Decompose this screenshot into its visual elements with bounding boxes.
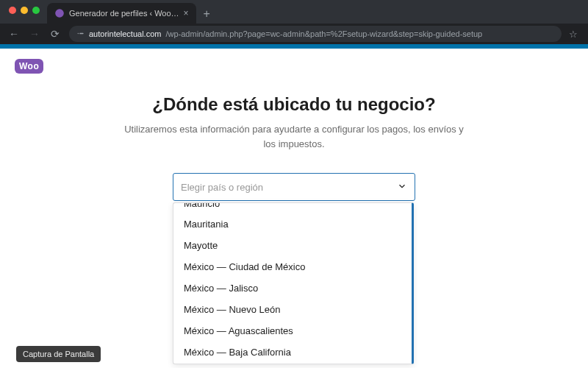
dropdown-option[interactable]: México — Baja California Sur [173, 363, 412, 364]
dropdown-option-partial[interactable]: Mauricio [173, 203, 412, 213]
address-row: ← → ⟳ autorintelectual.com/wp-admin/admi… [0, 24, 588, 44]
svg-point-1 [78, 32, 79, 33]
new-tab-button[interactable]: + [196, 7, 218, 24]
dropdown-option[interactable]: Mayotte [173, 235, 412, 256]
country-input[interactable] [181, 182, 397, 193]
site-info-icon[interactable] [76, 29, 85, 39]
close-window-button[interactable] [9, 7, 16, 14]
dropdown-option[interactable]: México — Ciudad de México [173, 256, 412, 277]
country-select-input-wrap[interactable] [173, 173, 415, 201]
screenshot-tooltip: Captura de Pantalla [16, 346, 101, 362]
address-bar[interactable]: autorintelectual.com/wp-admin/admin.php?… [69, 26, 562, 42]
url-domain: autorintelectual.com [89, 29, 161, 38]
minimize-window-button[interactable] [21, 7, 28, 14]
country-select: Mauricio Mauritania Mayotte México — Ciu… [173, 173, 415, 201]
back-button[interactable]: ← [7, 28, 21, 40]
page-title: ¿Dónde está ubicado tu negocio? [152, 94, 435, 115]
woo-logo: Woo [15, 59, 43, 72]
chevron-down-icon[interactable] [397, 181, 407, 194]
woo-logo-text: Woo [15, 59, 43, 74]
tab-strip: Generador de perfiles ‹ Woo… × + [0, 0, 588, 24]
page-content: Woo ¿Dónde está ubicado tu negocio? Util… [0, 49, 588, 368]
svg-rect-2 [79, 32, 84, 33]
close-tab-icon[interactable]: × [184, 8, 189, 18]
tab-title: Generador de perfiles ‹ Woo… [69, 9, 179, 18]
svg-point-0 [55, 9, 64, 18]
window-controls [6, 0, 47, 24]
bookmark-icon[interactable]: ☆ [569, 29, 581, 40]
country-dropdown: Mauricio Mauritania Mayotte México — Ciu… [173, 202, 414, 364]
browser-chrome: Generador de perfiles ‹ Woo… × + ← → ⟳ a… [0, 0, 588, 44]
page-subtext: Utilizaremos esta información para ayuda… [118, 122, 470, 151]
setup-form: ¿Dónde está ubicado tu negocio? Utilizar… [0, 49, 588, 201]
url-path: /wp-admin/admin.php?page=wc-admin&path=%… [165, 29, 482, 38]
reload-button[interactable]: ⟳ [49, 28, 62, 40]
browser-tab[interactable]: Generador de perfiles ‹ Woo… × [47, 3, 196, 24]
dropdown-option[interactable]: México — Aguascalientes [173, 320, 412, 342]
tab-favicon [54, 8, 65, 18]
dropdown-option[interactable]: Mauritania [173, 213, 412, 235]
dropdown-option[interactable]: México — Jalisco [173, 277, 412, 299]
forward-button[interactable]: → [28, 28, 41, 40]
dropdown-option[interactable]: México — Baja California [173, 342, 412, 363]
maximize-window-button[interactable] [32, 7, 40, 14]
dropdown-option[interactable]: México — Nuevo León [173, 299, 412, 320]
